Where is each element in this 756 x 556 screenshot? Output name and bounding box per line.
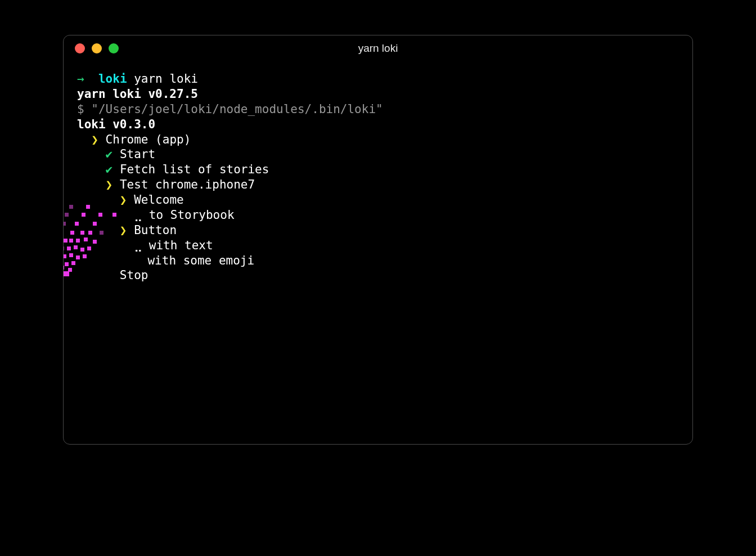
prompt-command: yarn loki xyxy=(134,72,198,86)
prompt-arrow-icon: → xyxy=(77,72,84,86)
close-icon[interactable] xyxy=(75,43,85,53)
exec-prefix: $ xyxy=(77,102,84,116)
chevron-right-icon: ❯ xyxy=(120,223,127,237)
spinner-icon: ⣀ xyxy=(134,239,142,252)
step-label: Start xyxy=(120,147,155,161)
check-icon: ✔ xyxy=(106,147,113,161)
minimize-icon[interactable] xyxy=(92,43,102,53)
step-stop: Stop xyxy=(77,268,679,283)
window-titlebar: yarn loki xyxy=(64,35,692,61)
prompt-line: → loki yarn loki xyxy=(77,71,679,87)
check-icon: ✔ xyxy=(106,163,113,176)
stop-label: Stop xyxy=(120,268,148,282)
terminal-body[interactable]: → loki yarn loki yarn loki v0.27.5 $ "/U… xyxy=(64,61,692,293)
chevron-right-icon: ❯ xyxy=(91,133,98,146)
story-item-label: with text xyxy=(149,239,213,252)
spinner-icon xyxy=(134,254,141,267)
step-label: Fetch list of stories xyxy=(120,163,269,176)
exec-path: "/Users/joel/loki/node_modules/.bin/loki… xyxy=(91,102,382,116)
target-line: ❯ Chrome (app) xyxy=(77,132,679,147)
yarn-version-line: yarn loki v0.27.5 xyxy=(77,87,679,102)
target-label: Chrome (app) xyxy=(106,133,191,146)
story-item: with some emoji xyxy=(77,253,679,268)
maximize-icon[interactable] xyxy=(109,43,119,53)
chevron-right-icon: ❯ xyxy=(106,178,113,191)
step-test: ❯ Test chrome.iphone7 xyxy=(77,177,679,192)
story-group-welcome: ❯ Welcome xyxy=(77,192,679,208)
exec-line: $ "/Users/joel/loki/node_modules/.bin/lo… xyxy=(77,102,679,117)
step-start: ✔ Start xyxy=(77,147,679,162)
chevron-right-icon: ❯ xyxy=(120,193,127,207)
terminal-window: yarn loki xyxy=(63,35,693,445)
step-label: Test chrome.iphone7 xyxy=(120,178,255,191)
prompt-project: loki xyxy=(98,72,127,86)
loki-version-line: loki v0.3.0 xyxy=(77,117,679,132)
story-item: ⣀ to Storybook xyxy=(77,208,679,223)
window-title: yarn loki xyxy=(64,42,692,55)
story-group-button: ❯ Button xyxy=(77,223,679,238)
step-fetch: ✔ Fetch list of stories xyxy=(77,162,679,177)
story-item-label: with some emoji xyxy=(147,254,254,267)
window-controls xyxy=(75,43,119,53)
story-group-label: Welcome xyxy=(134,193,184,207)
spinner-icon: ⣀ xyxy=(134,208,142,222)
story-group-label: Button xyxy=(134,223,177,237)
story-item: ⣀ with text xyxy=(77,238,679,253)
story-item-label: to Storybook xyxy=(149,208,235,222)
